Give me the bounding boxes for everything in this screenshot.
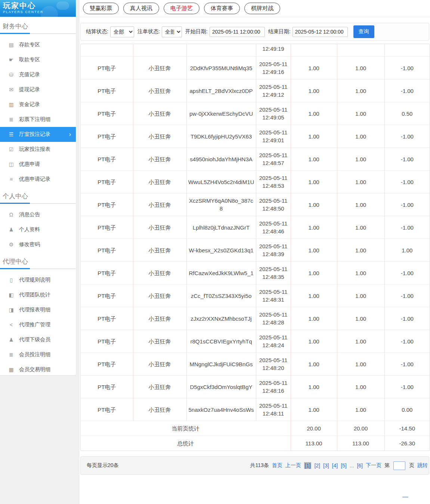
tab-3[interactable]: 电子游艺 bbox=[164, 3, 199, 14]
main-content: 雙赢彩票真人视讯电子游艺体育赛事棋牌对战 结算状态: 全部 注单状态: 全部 开… bbox=[80, 0, 430, 504]
settle-status-select[interactable]: 全部 bbox=[110, 27, 134, 37]
valid-bet-cell bbox=[337, 44, 384, 57]
sidebar-item-deposit-card[interactable]: ▤存款专区 bbox=[0, 37, 76, 52]
time-cell: 2025-05-11 12:49:12 bbox=[256, 80, 291, 102]
valid-bet-cell: 1.00 bbox=[337, 307, 384, 330]
order-id-cell bbox=[186, 44, 256, 57]
table-row: PT电子小丑狂奔Lplhl8z0jLTdnazJNGrT2025-05-11 1… bbox=[81, 216, 430, 239]
sidebar-item-gear[interactable]: ⚙修改密码 bbox=[0, 237, 76, 252]
sidebar-item-team-stats[interactable]: ◧代理团队统计 bbox=[0, 287, 76, 302]
game-cell: 小丑狂奔 bbox=[133, 148, 186, 171]
game-cell: 小丑狂奔 bbox=[133, 216, 186, 239]
sidebar-item-label: 代理报表明细 bbox=[19, 307, 50, 313]
game-cell: 小丑狂奔 bbox=[133, 262, 186, 284]
time-cell: 2025-05-11 12:49:01 bbox=[256, 125, 291, 148]
jump-button[interactable]: 跳转 bbox=[417, 462, 428, 469]
scrollbar-thumb[interactable] bbox=[402, 497, 408, 498]
start-date-input[interactable] bbox=[210, 27, 265, 37]
game-cell: 小丑狂奔 bbox=[133, 171, 186, 193]
bet-amount-cell: 1.00 bbox=[291, 330, 337, 353]
sidebar-item-label: 彩票下注明细 bbox=[19, 116, 50, 123]
bell-icon: Ω bbox=[8, 211, 15, 218]
summary-profit-cell: -26.30 bbox=[384, 436, 430, 451]
table-row: PT电子小丑狂奔XczSRMY6qA0N8o_387c82025-05-11 1… bbox=[81, 193, 430, 216]
section-underline bbox=[0, 268, 76, 269]
pagination-controls: 共113条 首页 上一页 [1][2][3][4][5]...[6] 下一页 第… bbox=[250, 461, 428, 470]
player-report-icon: ☑ bbox=[8, 146, 15, 153]
records-table: 12:49:19PT电子小丑狂奔2DdKfvP355MUNtliMq352025… bbox=[81, 44, 430, 451]
page-link-4[interactable]: [4] bbox=[332, 463, 338, 469]
game-cell: 小丑狂奔 bbox=[133, 239, 186, 262]
valid-bet-cell: 1.00 bbox=[337, 239, 384, 262]
summary-valid-cell: 113.00 bbox=[337, 436, 384, 451]
profit-cell: -1.00 bbox=[384, 284, 430, 307]
sidebar-item-promo-apply[interactable]: ◫优惠申请 bbox=[0, 157, 76, 172]
order-status-select[interactable]: 全部 bbox=[162, 27, 182, 37]
deposit-card-icon: ▤ bbox=[8, 41, 15, 48]
sidebar-item-hall-records[interactable]: ☰厅室投注记录› bbox=[0, 127, 76, 142]
sidebar-item-withdrawal-wallet[interactable]: ✉提现记录 bbox=[0, 82, 76, 97]
order-id-cell: 5naxkOz7ua4Hnv4oSsWs bbox=[186, 398, 256, 421]
profit-cell: -1.00 bbox=[384, 171, 430, 193]
profit-cell: -1.00 bbox=[384, 307, 430, 330]
sidebar-section-3: 代理中心▯代理规则说明◧代理团队统计◨代理报表明细<代理推广管理♟代理下级会员≣… bbox=[0, 252, 76, 377]
page-link-7[interactable]: [6] bbox=[357, 463, 363, 469]
first-page-link[interactable]: 首页 bbox=[272, 462, 282, 469]
page-link-2[interactable]: [2] bbox=[314, 463, 320, 469]
sidebar-item-member-trades[interactable]: ▦会员交易明细 bbox=[0, 362, 76, 377]
sidebar-item-share[interactable]: <代理推广管理 bbox=[0, 317, 76, 332]
valid-bet-cell: 1.00 bbox=[337, 330, 384, 353]
summary-valid-cell: 20.00 bbox=[337, 421, 384, 436]
jump-page-input[interactable] bbox=[393, 461, 405, 470]
total-summary-row: 总统计113.00113.00-26.30 bbox=[81, 436, 430, 451]
end-date-input[interactable] bbox=[293, 27, 348, 37]
sidebar-item-withdraw-hand[interactable]: ☛取款专区 bbox=[0, 52, 76, 67]
summary-label-cell: 总统计 bbox=[81, 436, 291, 451]
profit-cell: -1.00 bbox=[384, 353, 430, 376]
page-link-1[interactable]: [1] bbox=[304, 462, 312, 469]
sidebar-item-member-bets[interactable]: ≣会员投注明细 bbox=[0, 347, 76, 362]
prev-page-link[interactable]: 上一页 bbox=[285, 462, 301, 469]
tab-1[interactable]: 雙赢彩票 bbox=[83, 3, 119, 14]
app-subtitle: PLAYERS CENTER bbox=[3, 10, 76, 14]
order-id-cell: zCc_fT0ZsSZ343X5yi5o bbox=[186, 284, 256, 307]
sidebar-item-player-report[interactable]: ☑玩家投注报表 bbox=[0, 142, 76, 157]
sidebar-item-agent-report[interactable]: ◨代理报表明细 bbox=[0, 302, 76, 317]
next-page-link[interactable]: 下一页 bbox=[366, 462, 381, 469]
time-cell: 2025-05-11 12:48:24 bbox=[256, 330, 291, 353]
game-cell: 小丑狂奔 bbox=[133, 330, 186, 353]
sidebar-item-user[interactable]: ♟个人资料 bbox=[0, 222, 76, 237]
table-row: PT电子小丑狂奔T9DKL6fyjipHU2y5VX632025-05-11 1… bbox=[81, 125, 430, 148]
sidebar-item-funds-banknote[interactable]: ▥资金记录 bbox=[0, 97, 76, 112]
tab-5[interactable]: 棋牌对战 bbox=[244, 3, 280, 14]
sidebar-section-1: 财务中心▤存款专区☛取款专区⛁充值记录✉提现记录▥资金记录≣彩票下注明细☰厅室投… bbox=[0, 17, 76, 187]
records-table-panel: 12:49:19PT电子小丑狂奔2DdKfvP355MUNtliMq352025… bbox=[80, 44, 430, 451]
provider-cell: PT电子 bbox=[81, 80, 133, 102]
sidebar-item-agent-rules-doc[interactable]: ▯代理规则说明 bbox=[0, 273, 76, 287]
provider-cell bbox=[81, 44, 133, 57]
sidebar-item-label: 优惠申请 bbox=[19, 161, 40, 168]
tab-2[interactable]: 真人视讯 bbox=[123, 3, 159, 14]
sidebar-item-members[interactable]: ♟代理下级会员 bbox=[0, 332, 76, 347]
sidebar-item-label: 代理团队统计 bbox=[19, 292, 50, 298]
table-row: PT电子小丑狂奔zJxz2rXXNxZMhbcsoTJj2025-05-11 1… bbox=[81, 307, 430, 330]
table-row: PT电子小丑狂奔WwuL5ZH4Vo5c2r4diM1U2025-05-11 1… bbox=[81, 171, 430, 193]
order-id-cell: RfCazwXedJkK9LWlw5_1 bbox=[186, 262, 256, 284]
records-table-body: 12:49:19PT电子小丑狂奔2DdKfvP355MUNtliMq352025… bbox=[81, 44, 430, 451]
game-cell: 小丑狂奔 bbox=[133, 307, 186, 330]
provider-cell: PT电子 bbox=[81, 193, 133, 216]
sidebar-item-recharge-coins[interactable]: ⛁充值记录 bbox=[0, 67, 76, 82]
sidebar-item-promo-records[interactable]: ≡优惠申请记录 bbox=[0, 172, 76, 187]
provider-cell: PT电子 bbox=[81, 307, 133, 330]
sidebar-item-lottery-list[interactable]: ≣彩票下注明细 bbox=[0, 112, 76, 127]
table-row: PT电子小丑狂奔s4950niohJdaYhMjHN3A2025-05-11 1… bbox=[81, 148, 430, 171]
profit-cell: 1.00 bbox=[384, 239, 430, 262]
user-icon: ♟ bbox=[8, 226, 15, 233]
tab-4[interactable]: 体育赛事 bbox=[204, 3, 240, 14]
search-button[interactable]: 查询 bbox=[353, 25, 374, 38]
page-link-3[interactable]: [3] bbox=[323, 463, 329, 469]
bet-amount-cell: 1.00 bbox=[291, 398, 337, 421]
profit-cell: -1.00 bbox=[384, 125, 430, 148]
page-link-5[interactable]: [5] bbox=[341, 463, 347, 469]
sidebar-item-bell[interactable]: Ω消息公告 bbox=[0, 207, 76, 222]
